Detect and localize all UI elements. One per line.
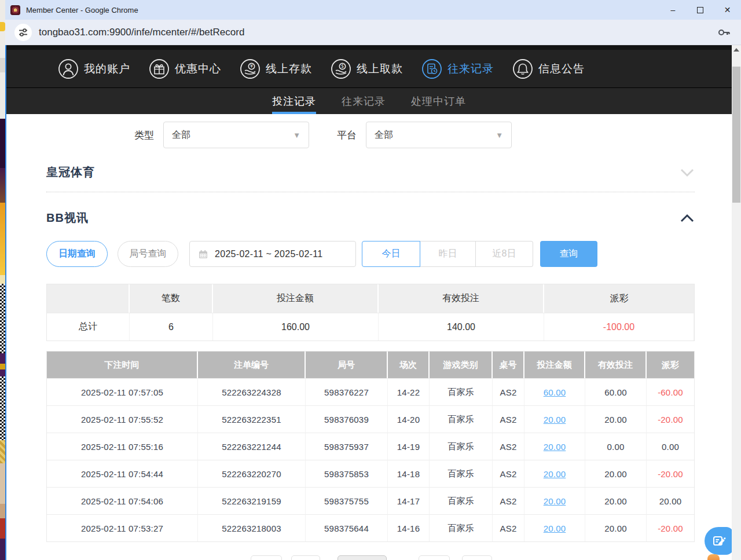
chevron-down-icon: ▼ [293, 131, 300, 140]
chevron-down-icon [680, 168, 695, 177]
key-icon [717, 25, 732, 40]
table-cell: 598375644 [306, 514, 388, 541]
date-query-toggle[interactable]: 日期查询 [46, 241, 108, 267]
site-permissions-button[interactable] [14, 24, 32, 41]
table-cell: 20.00 [647, 487, 694, 514]
summary-total-bet-amount: 160.00 [213, 313, 379, 341]
table-cell: 百家乐 [430, 487, 493, 514]
table-cell: AS2 [493, 487, 524, 514]
table-cell: 20.00 [585, 487, 647, 514]
table-cell: 百家乐 [430, 514, 493, 541]
scroll-up-arrow-icon[interactable] [733, 48, 739, 52]
bet-amount-link[interactable]: 20.00 [544, 496, 566, 506]
table-cell: 522263220270 [198, 460, 306, 487]
tune-icon [17, 27, 29, 38]
nav-label: 往来记录 [447, 61, 494, 76]
table-row: 2025-02-11 07:53:27522263218003598375644… [47, 514, 694, 541]
table-cell: -20.00 [647, 405, 694, 433]
table-cell: AS2 [493, 433, 524, 460]
password-manager-button[interactable] [717, 25, 732, 40]
table-row: 2025-02-11 07:54:44522263220270598375853… [47, 460, 694, 487]
bet-table-body: 2025-02-11 07:57:05522263224328598376227… [47, 378, 694, 541]
date-range-value: 2025-02-11 ~ 2025-02-11 [215, 249, 322, 259]
section-title: BB视讯 [46, 210, 89, 226]
section-bb-video[interactable]: BB视讯 [46, 210, 695, 226]
table-cell: 20.00 [524, 514, 585, 541]
maximize-icon [697, 7, 703, 13]
filter-row: 类型 全部 ▼ 平台 全部 ▼ [134, 122, 732, 148]
section-crown-sports[interactable]: 皇冠体育 [46, 164, 695, 180]
compose-icon [711, 533, 727, 549]
nav-item-promotions[interactable]: 优惠中心 [149, 58, 221, 79]
table-cell: -60.00 [647, 378, 694, 405]
platform-select[interactable]: 全部 ▼ [366, 122, 512, 148]
table-cell: 598376039 [306, 405, 388, 433]
table-cell: 0.00 [585, 433, 647, 460]
summary-header-valid-bet: 有效投注 [379, 284, 544, 313]
table-cell: 522263219159 [198, 487, 306, 514]
scrollbar-track[interactable] [732, 45, 741, 560]
maximize-button[interactable] [687, 0, 714, 20]
nav-item-my-account[interactable]: 我的账户 [58, 58, 130, 79]
bet-amount-link[interactable]: 60.00 [544, 387, 566, 397]
table-row: 2025-02-11 07:54:06522263219159598375755… [47, 487, 694, 514]
summary-total-row: 总计 6 160.00 140.00 -100.00 [47, 313, 694, 341]
deposit-icon: ¥ [240, 58, 261, 79]
bet-amount-link[interactable]: 20.00 [544, 415, 566, 424]
user-icon [58, 58, 79, 79]
pagination-page-button[interactable] [291, 555, 320, 560]
scrollbar-thumb[interactable] [732, 67, 740, 203]
table-cell: 14-17 [388, 487, 430, 514]
tab-transaction-records[interactable]: 往来记录 [342, 88, 386, 114]
table-cell: 522263221244 [198, 433, 306, 460]
close-button[interactable]: ✕ [714, 0, 741, 20]
summary-table: 笔数 投注金额 有效投注 派彩 总计 6 160.00 140.00 -100.… [46, 284, 695, 341]
column-header: 桌号 [493, 352, 524, 378]
feedback-fab-button[interactable] [705, 527, 732, 555]
quick-yesterday-button[interactable]: 昨日 [420, 241, 476, 267]
bet-amount-link[interactable]: 20.00 [544, 524, 566, 533]
date-range-input[interactable]: 2025-02-11 ~ 2025-02-11 [189, 241, 356, 267]
type-select[interactable]: 全部 ▼ [163, 122, 309, 148]
bet-amount-link[interactable]: 20.00 [544, 469, 566, 479]
round-query-toggle[interactable]: 局号查询 [118, 241, 178, 267]
record-tabs: 投注记录 往来记录 处理中订单 [6, 88, 732, 114]
table-cell: 20.00 [524, 405, 585, 433]
nav-item-online-withdrawal[interactable]: $ 线上取款 [331, 58, 403, 79]
title-bar: Member Center - Google Chrome – ✕ [5, 0, 741, 20]
nav-item-online-deposit[interactable]: ¥ 线上存款 [240, 58, 312, 79]
search-button[interactable]: 查询 [540, 241, 597, 267]
table-cell: 14-18 [388, 460, 430, 487]
minimize-button[interactable]: – [659, 0, 687, 20]
column-header: 派彩 [647, 352, 694, 378]
pagination-page-size-select[interactable] [338, 555, 387, 560]
table-cell: AS2 [493, 460, 524, 487]
bet-amount-link[interactable]: 20.00 [544, 442, 566, 452]
browser-window: Member Center - Google Chrome – ✕ tongba… [5, 0, 741, 560]
summary-total-payout: -100.00 [544, 313, 694, 341]
column-header: 游戏类别 [430, 352, 493, 378]
nav-label: 线上存款 [266, 61, 312, 76]
url-text[interactable]: tongbao31.com:9900/infe/mcenter/#/betRec… [39, 27, 244, 38]
pagination-page-button[interactable] [419, 555, 450, 560]
quick-today-button[interactable]: 今日 [362, 241, 420, 267]
nav-label: 我的账户 [84, 61, 130, 76]
table-cell: 百家乐 [430, 405, 493, 433]
query-controls: 日期查询 局号查询 2025-02-11 ~ 2025-02-11 今日 [46, 241, 695, 267]
pagination-next-button[interactable] [462, 555, 492, 560]
table-cell: AS2 [493, 514, 524, 541]
table-cell: 20.00 [585, 405, 647, 433]
pagination-prev-button[interactable] [251, 555, 282, 560]
tab-pending-orders[interactable]: 处理中订单 [411, 88, 466, 114]
table-cell: 522263222351 [198, 405, 306, 433]
nav-item-announcements[interactable]: 信息公告 [512, 58, 585, 79]
summary-header-count: 笔数 [130, 284, 213, 313]
tab-bet-records[interactable]: 投注记录 [272, 88, 316, 114]
table-cell: 2025-02-11 07:57:05 [47, 378, 198, 405]
window-title: Member Center - Google Chrome [26, 6, 138, 14]
nav-item-transaction-records[interactable]: 往来记录 [421, 58, 494, 79]
quick-last8days-button[interactable]: 近8日 [476, 241, 533, 267]
summary-header-row: 笔数 投注金额 有效投注 派彩 [47, 284, 694, 313]
floating-widget-peek[interactable] [707, 554, 720, 560]
platform-filter-label: 平台 [337, 129, 357, 142]
